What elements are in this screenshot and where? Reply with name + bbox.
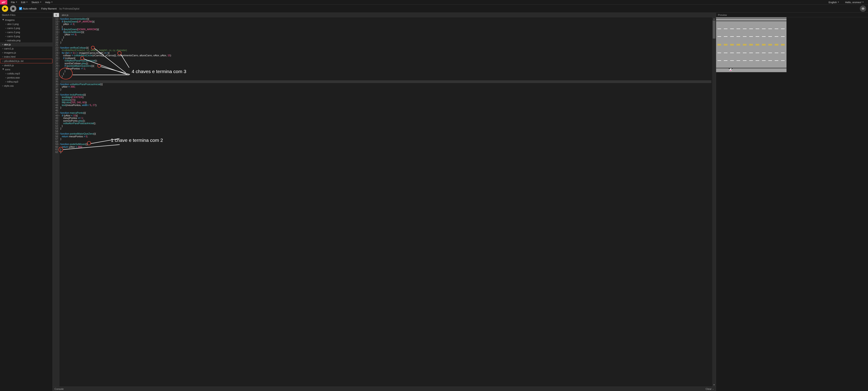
editor-tabs: ator.js <box>53 13 716 17</box>
caret-down-icon: ▼ <box>40 1 41 3</box>
file-icon: ▫ <box>2 55 3 58</box>
menu-sketch-label: Sketch <box>32 1 39 4</box>
clear-console-button[interactable]: Clear ⌄ <box>706 388 714 390</box>
file-index-html[interactable]: ▫index.html <box>0 55 53 59</box>
road-lane <box>716 53 786 53</box>
caret-down-icon: ▼ <box>838 1 839 3</box>
caret-down-icon: ▼ <box>51 1 53 3</box>
main-area: Sketch Files ▶Imagens ▫ator-1.png ▫carro… <box>0 13 868 391</box>
file-ator1-png[interactable]: ▫ator-1.png <box>0 22 53 26</box>
folder-imagens[interactable]: ▶Imagens <box>0 18 53 22</box>
menu-help[interactable]: Help▼ <box>43 0 55 4</box>
stop-icon <box>12 7 14 10</box>
file-icon: ▫ <box>5 39 6 42</box>
file-carro1-png[interactable]: ▫carro-1.png <box>0 26 53 30</box>
file-label: p5collide2d.js..txt <box>4 60 23 63</box>
scroll-thumb[interactable] <box>713 21 715 39</box>
sketch-name[interactable]: Fishy filament <box>41 7 57 10</box>
file-label: style.css <box>4 84 13 87</box>
file-pontos-wav[interactable]: ▫pontos.wav <box>0 75 53 80</box>
folder-arrow-icon: ▶ <box>2 68 5 70</box>
svg-rect-5 <box>732 68 733 69</box>
scroll-down-arrow[interactable]: ▼ <box>712 383 716 387</box>
file-icon: ▫ <box>2 64 3 67</box>
file-icon: ▫ <box>5 23 6 26</box>
file-imagens-js[interactable]: ▫imagens.js <box>0 51 53 55</box>
clear-label: Clear <box>706 388 712 390</box>
svg-rect-2 <box>730 69 730 69</box>
file-icon: ▫ <box>2 51 3 54</box>
file-icon: ▫ <box>5 31 6 34</box>
preview-canvas[interactable] <box>716 17 786 72</box>
folder-label: sons <box>5 68 10 71</box>
author-name[interactable]: PolimataDigital <box>63 7 79 10</box>
auto-refresh-label: Auto-refresh <box>23 7 37 10</box>
file-icon: ▫ <box>2 60 3 63</box>
chevron-left-icon <box>55 14 57 16</box>
menu-edit[interactable]: Edit▼ <box>19 0 30 4</box>
collapse-sidebar-button[interactable] <box>54 13 59 17</box>
stop-button[interactable] <box>10 5 17 12</box>
road-border <box>716 21 786 21</box>
file-label: carro-2.png <box>7 31 20 34</box>
file-style-css[interactable]: ▫style.css <box>0 84 53 88</box>
folder-sons[interactable]: ▶sons <box>0 67 53 71</box>
file-icon: ▫ <box>5 76 6 79</box>
current-file-tab[interactable]: ator.js <box>60 13 70 17</box>
menu-sketch[interactable]: Sketch▼ <box>30 0 43 4</box>
file-ator-js[interactable]: ▫ator.js <box>0 42 53 46</box>
road-lane <box>716 60 786 61</box>
file-estrada-png[interactable]: ▫estrada.png <box>0 38 53 42</box>
file-tree: ▶Imagens ▫ator-1.png ▫carro-1.png ▫carro… <box>0 18 53 88</box>
road-lane <box>716 29 786 29</box>
file-label: sketch.js <box>4 64 14 67</box>
preview-header: Preview <box>716 13 868 17</box>
file-icon: ▫ <box>5 35 6 38</box>
caret-down-icon: ▼ <box>16 1 18 3</box>
language-selector[interactable]: English▼ <box>827 0 841 4</box>
gear-icon <box>861 7 865 10</box>
file-label: pontos.wav <box>7 76 20 79</box>
road-lane-yellow <box>716 44 786 44</box>
file-icon: ▫ <box>5 27 6 30</box>
game-character-cow <box>729 68 733 71</box>
file-sketch-js[interactable]: ▫sketch.js <box>0 63 53 67</box>
file-label: estrada.png <box>7 39 21 42</box>
file-label: carro-1.png <box>7 27 20 30</box>
file-trilha-mp3[interactable]: ▫trilha.mp3 <box>0 80 53 84</box>
auto-refresh-checkbox[interactable] <box>19 7 22 10</box>
file-icon: ▫ <box>2 47 3 50</box>
topbar: p5* File▼ Edit▼ Sketch▼ Help▼ English▼ H… <box>0 0 868 4</box>
play-button[interactable] <box>2 5 8 12</box>
scroll-up-arrow[interactable]: ▲ <box>712 17 716 21</box>
svg-rect-3 <box>731 69 732 70</box>
console-label[interactable]: Console <box>55 388 64 390</box>
svg-rect-6 <box>730 70 731 71</box>
topbar-right: English▼ Hello, oromeu!▼ <box>827 0 868 4</box>
user-greeting[interactable]: Hello, oromeu!▼ <box>843 0 866 4</box>
code-editor[interactable]: function movimentaAtor(){ if (keyIsDown(… <box>60 17 712 387</box>
menu-file[interactable]: File▼ <box>9 0 19 4</box>
folder-arrow-icon: ▶ <box>2 19 5 21</box>
file-icon: ▫ <box>5 80 6 83</box>
p5-logo[interactable]: p5* <box>0 0 7 4</box>
file-label: ator-1.png <box>7 23 19 26</box>
editor-scrollbar[interactable]: ▲ ▼ <box>712 17 716 387</box>
file-colidiu-mp3[interactable]: ▫colidiu.mp3 <box>0 71 53 75</box>
line-number-gutter: 11▾12▾131415▾16▾171819202122▾2324▾2526▾2… <box>53 17 60 387</box>
file-label: carro-3.png <box>7 35 20 38</box>
file-carro1-js[interactable]: ▫carro1.js <box>0 46 53 51</box>
sketch-author: by PolimataDigital <box>59 7 79 10</box>
file-carro3-png[interactable]: ▫carro-3.png <box>0 34 53 38</box>
auto-refresh-toggle[interactable]: Auto-refresh <box>19 7 37 10</box>
file-label: index.html <box>4 55 16 58</box>
file-carro2-png[interactable]: ▫carro-2.png <box>0 30 53 34</box>
file-label: trilha.mp3 <box>7 80 18 83</box>
file-label: imagens.js <box>4 51 16 54</box>
settings-button[interactable] <box>860 5 866 12</box>
file-icon: ▫ <box>2 43 3 46</box>
road-border <box>716 68 786 68</box>
toolbar: Auto-refresh Fishy filament by PolimataD… <box>0 4 868 13</box>
file-p5collide-txt[interactable]: ▫p5collide2d.js..txt <box>0 59 53 63</box>
user-greeting-label: Hello, oromeu! <box>845 1 862 4</box>
